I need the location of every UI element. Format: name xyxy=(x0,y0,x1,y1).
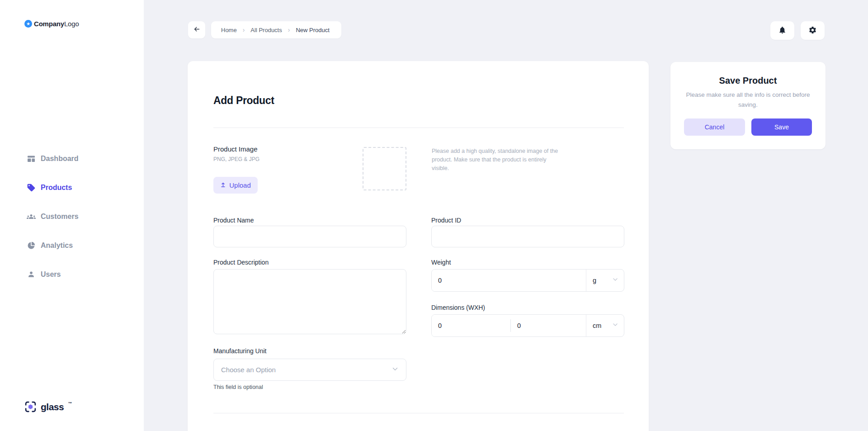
glass-logo: glass ™ xyxy=(24,401,72,415)
dimensions-unit-value: cm xyxy=(593,322,601,329)
chevron-right-icon: › xyxy=(243,26,245,33)
cancel-button[interactable]: Cancel xyxy=(684,118,745,136)
dimension-width-input[interactable] xyxy=(432,315,510,336)
product-name-input[interactable] xyxy=(213,226,406,247)
chevron-down-icon xyxy=(612,321,619,330)
upload-button[interactable]: Upload xyxy=(213,177,258,194)
weight-unit-value: g xyxy=(593,277,596,284)
glass-logo-icon xyxy=(24,401,37,415)
breadcrumb-new-product: New Product xyxy=(296,27,329,33)
weight-label: Weight xyxy=(431,259,451,266)
chevron-down-icon xyxy=(612,276,619,285)
breadcrumb-home[interactable]: Home xyxy=(221,27,237,33)
bell-icon xyxy=(778,26,787,36)
divider xyxy=(213,413,624,413)
weight-input[interactable] xyxy=(432,270,586,291)
product-image-helper: Please add a high quality, standalone im… xyxy=(432,147,564,172)
breadcrumb: Home › All Products › New Product xyxy=(211,21,341,38)
user-icon xyxy=(26,270,36,279)
sidebar-item-label: Customers xyxy=(41,213,79,221)
product-id-input[interactable] xyxy=(431,226,624,247)
dashboard-icon xyxy=(26,154,36,164)
save-panel-title: Save Product xyxy=(670,76,826,86)
sidebar-item-products[interactable]: Products xyxy=(0,179,144,197)
breadcrumb-all-products[interactable]: All Products xyxy=(250,27,282,33)
chevron-right-icon: › xyxy=(288,26,290,33)
chevron-down-icon xyxy=(391,365,399,375)
weight-unit-select[interactable]: g xyxy=(586,270,624,291)
save-product-panel: Save Product Please make sure all the in… xyxy=(670,62,826,149)
manufacturing-unit-helper: This field is optional xyxy=(213,384,263,390)
product-description-textarea[interactable] xyxy=(213,269,406,334)
product-id-label: Product ID xyxy=(431,217,461,224)
notifications-button[interactable] xyxy=(770,21,794,40)
upload-button-label: Upload xyxy=(229,181,251,189)
save-button[interactable]: Save xyxy=(751,118,812,136)
dimensions-label: Dimensions (WXH) xyxy=(431,304,485,311)
save-panel-message: Please make sure all the info is correct… xyxy=(684,90,813,109)
gear-icon xyxy=(808,26,817,36)
manufacturing-unit-label: Manufacturing Unit xyxy=(213,347,267,355)
product-image-label: Product Image xyxy=(213,145,258,153)
sidebar-item-analytics[interactable]: Analytics xyxy=(0,237,144,255)
upload-icon xyxy=(220,181,226,189)
glass-logo-text: glass xyxy=(41,401,64,413)
sidebar-item-users[interactable]: Users xyxy=(0,265,144,284)
save-panel-actions: Cancel Save xyxy=(684,118,812,136)
glass-logo-tm: ™ xyxy=(68,401,72,406)
dimensions-unit-select[interactable]: cm xyxy=(586,315,624,336)
manufacturing-unit-select[interactable]: Choose an Option xyxy=(213,359,406,381)
add-product-card: Add Product Product Image PNG, JPEG & JP… xyxy=(188,61,649,431)
sidebar-item-label: Dashboard xyxy=(41,155,79,163)
back-button[interactable] xyxy=(188,21,205,38)
sidebar-nav: Dashboard Products Customers Analytics xyxy=(0,150,144,294)
product-name-label: Product Name xyxy=(213,217,254,224)
sidebar-item-label: Analytics xyxy=(41,242,73,250)
manufacturing-unit-placeholder: Choose an Option xyxy=(221,366,276,374)
page: ★ CompanyLogo Dashboard Products Cust xyxy=(0,0,868,431)
sidebar-item-label: Users xyxy=(41,270,61,279)
product-image-formats: PNG, JPEG & JPG xyxy=(213,156,259,162)
company-logo-text: CompanyLogo xyxy=(34,20,79,28)
sidebar-item-dashboard[interactable]: Dashboard xyxy=(0,150,144,168)
dimension-height-input[interactable] xyxy=(511,315,586,336)
product-description-label: Product Description xyxy=(213,259,269,266)
sidebar-item-customers[interactable]: Customers xyxy=(0,208,144,226)
analytics-pie-icon xyxy=(26,241,36,251)
divider xyxy=(213,128,624,128)
sidebar: ★ CompanyLogo Dashboard Products Cust xyxy=(0,0,144,431)
page-title: Add Product xyxy=(213,95,274,107)
company-logo[interactable]: ★ CompanyLogo xyxy=(24,20,79,28)
customers-icon xyxy=(26,212,36,222)
dimensions-field: cm xyxy=(431,314,624,337)
arrow-left-icon xyxy=(193,25,201,34)
star-icon: ★ xyxy=(24,20,32,28)
tag-icon xyxy=(26,183,36,193)
weight-field: g xyxy=(431,269,624,292)
image-dropzone[interactable] xyxy=(363,147,406,190)
settings-button[interactable] xyxy=(801,21,825,40)
sidebar-item-label: Products xyxy=(41,184,72,192)
